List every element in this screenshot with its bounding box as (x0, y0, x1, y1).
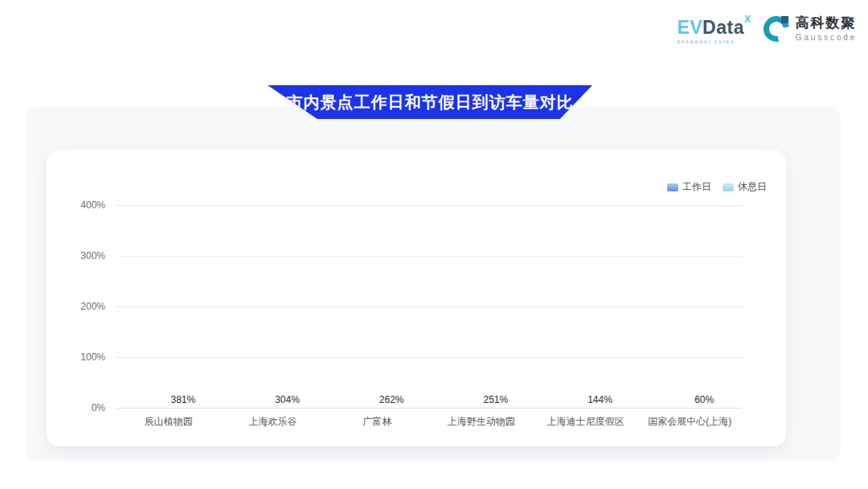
bar-value-label: 251% (483, 394, 508, 405)
category-label: 上海野生动物园 (448, 415, 515, 429)
bar-group: 304%上海欢乐谷 (221, 205, 326, 408)
x-axis-line (117, 408, 742, 409)
bar-value-label: 144% (588, 394, 612, 405)
legend-label: 休息日 (738, 180, 767, 194)
bar-group: 262%广富林 (325, 205, 429, 408)
legend-swatch-workday (667, 183, 678, 191)
category-label: 上海迪士尼度假区 (547, 415, 624, 429)
category-label: 广富林 (362, 415, 391, 429)
chart-card: 工作日休息日 400%300%200%100%0%381%辰山植物园304%上海… (47, 150, 786, 446)
evdata-ev-text: EV (677, 17, 702, 38)
gausscode-logo: 高科数聚 Gausscode (764, 16, 857, 42)
evdata-logo: EVDataX SHANGHAI CHINA (677, 16, 751, 44)
gausscode-text: 高科数聚 Gausscode (795, 16, 857, 42)
bar-value-label: 60% (694, 394, 714, 405)
page-title: 市内景点工作日和节假日到访车量对比 (287, 92, 574, 113)
bar-group: 60%国家会展中心(上海) (637, 205, 742, 408)
gausscode-en-name: Gausscode (795, 32, 857, 42)
evdata-subtitle-right: CHINA (714, 39, 735, 44)
category-label: 国家会展中心(上海) (648, 415, 731, 429)
evdata-subtitle: SHANGHAI CHINA (677, 39, 751, 44)
bar-value-label: 381% (170, 394, 195, 405)
bar-group: 251%上海野生动物园 (429, 205, 534, 408)
g-ring-shape (759, 11, 795, 47)
legend: 工作日休息日 (667, 180, 767, 194)
gausscode-cn-name: 高科数聚 (795, 16, 857, 31)
evdata-data-text: Data (702, 17, 744, 38)
legend-swatch-restday (723, 183, 734, 191)
y-tick-label: 100% (80, 351, 105, 363)
gausscode-g-icon (764, 16, 789, 42)
evdata-subtitle-left: SHANGHAI (677, 39, 711, 44)
plot-area: 400%300%200%100%0%381%辰山植物园304%上海欢乐谷262%… (117, 205, 742, 408)
evdata-wordmark: EVDataX (677, 18, 751, 37)
bar-value-label: 304% (275, 394, 300, 405)
y-tick-label: 0% (92, 402, 105, 413)
bar-groups: 381%辰山植物园304%上海欢乐谷262%广富林251%上海野生动物园144%… (117, 205, 742, 408)
y-tick-label: 400% (80, 199, 105, 211)
g-square-shape (781, 16, 788, 23)
category-label: 辰山植物园 (145, 415, 193, 429)
content-panel: 工作日休息日 400%300%200%100%0%381%辰山植物园304%上海… (26, 107, 841, 461)
bar-value-label: 262% (379, 394, 404, 405)
legend-item-restday[interactable]: 休息日 (723, 180, 767, 194)
bar-group: 381%辰山植物园 (117, 205, 221, 408)
y-tick-label: 300% (80, 250, 105, 261)
legend-item-workday[interactable]: 工作日 (667, 180, 711, 194)
header-logos: EVDataX SHANGHAI CHINA 高科数聚 Gausscode (677, 16, 857, 44)
evdata-sup-x: X (744, 14, 751, 25)
bar-group: 144%上海迪士尼度假区 (534, 205, 638, 408)
legend-label: 工作日 (682, 180, 711, 194)
category-label: 上海欢乐谷 (249, 415, 297, 429)
y-tick-label: 200% (80, 301, 105, 312)
chart-title-banner: 市内景点工作日和节假日到访车量对比 (268, 85, 592, 119)
